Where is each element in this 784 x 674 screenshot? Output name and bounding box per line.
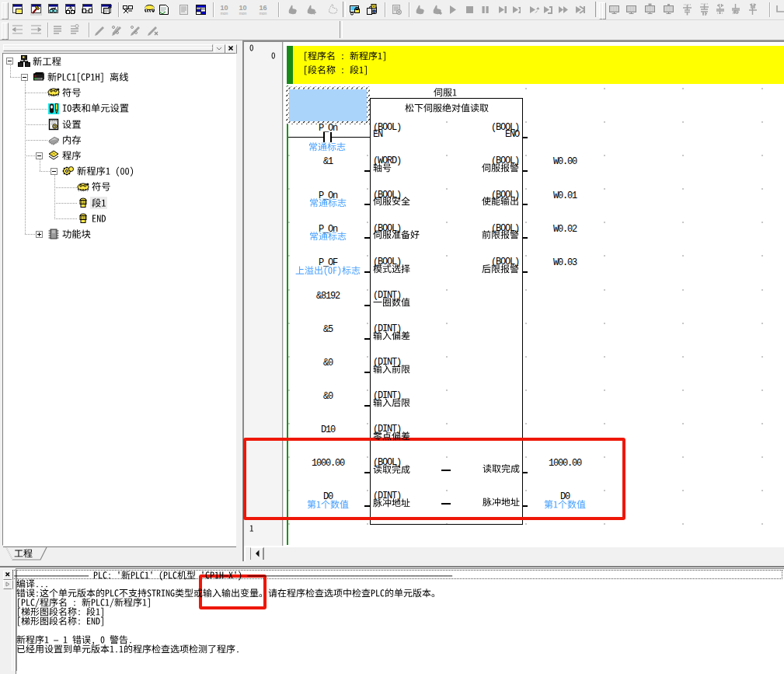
svg-text:mon: mon — [239, 11, 247, 16]
svg-text:mon: mon — [221, 11, 228, 16]
svg-text:mon: mon — [260, 11, 267, 16]
